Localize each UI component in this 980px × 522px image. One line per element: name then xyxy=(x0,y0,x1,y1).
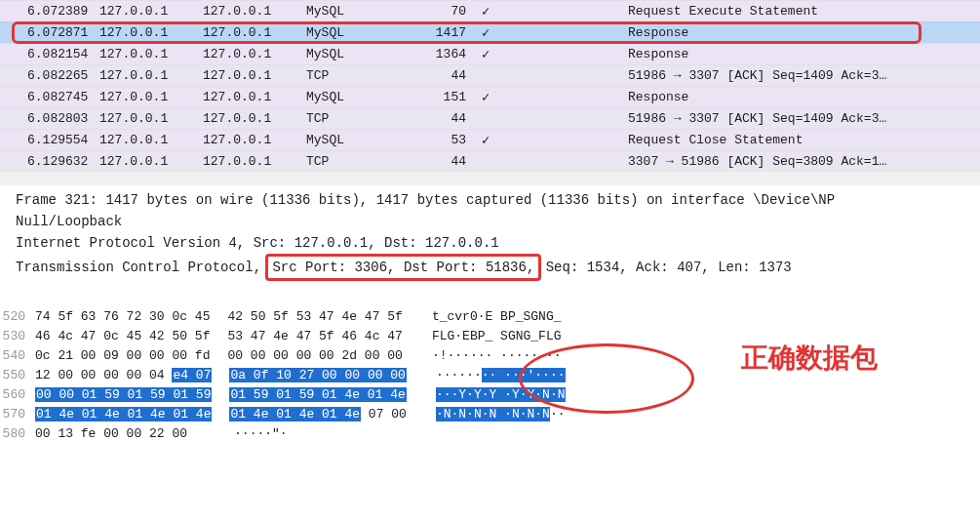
hex-bytes-a: 00 00 01 59 01 59 01 59 xyxy=(35,387,212,402)
proto-cell: MySQL xyxy=(306,25,394,40)
info-cell: Request Close Statement xyxy=(628,133,980,147)
check-cell: ✓ xyxy=(482,46,628,62)
time-cell: 6.082745 xyxy=(0,90,99,104)
hex-bytes-a: 12 00 00 00 00 04 e4 07 xyxy=(35,368,212,382)
detail-ipv4[interactable]: Internet Protocol Version 4, Src: 127.0.… xyxy=(16,232,980,254)
info-cell: 51986 → 3307 [ACK] Seq=1409 Ack=3… xyxy=(628,68,980,83)
hex-bytes-b: 0a 0f 10 27 00 00 00 00 xyxy=(229,368,406,382)
packet-list[interactable]: 6.072389127.0.0.1127.0.0.1MySQL70✓Reques… xyxy=(0,0,980,172)
src-cell: 127.0.0.1 xyxy=(99,68,203,83)
packet-row[interactable]: 6.072871127.0.0.1127.0.0.1MySQL1417✓Resp… xyxy=(0,21,980,43)
check-cell: ✓ xyxy=(482,24,628,41)
hex-bytes-b: 01 59 01 59 01 4e 01 4e xyxy=(229,387,406,402)
src-cell: 127.0.0.1 xyxy=(99,154,203,169)
dst-cell: 127.0.0.1 xyxy=(203,133,306,147)
src-cell: 127.0.0.1 xyxy=(99,133,203,147)
hex-row[interactable]: 57001 4e 01 4e 01 4e 01 4e01 4e 01 4e 01… xyxy=(2,404,980,423)
packet-row[interactable]: 6.082154127.0.0.1127.0.0.1MySQL1364✓Resp… xyxy=(0,43,980,64)
len-cell: 44 xyxy=(394,68,482,83)
info-cell: 51986 → 3307 [ACK] Seq=1409 Ack=3… xyxy=(628,111,980,126)
info-cell: Response xyxy=(628,25,980,40)
time-cell: 6.072389 xyxy=(0,4,99,19)
info-cell: 3307 → 51986 [ACK] Seq=3809 Ack=1… xyxy=(628,154,980,169)
pane-separator xyxy=(0,172,980,185)
hex-ascii: ···Y·Y·Y ·Y·Y·N·N xyxy=(407,387,566,402)
hex-bytes-a: 00 13 fe 00 00 22 00 xyxy=(35,426,187,441)
hex-bytes-b: 53 47 4e 47 5f 46 4c 47 xyxy=(227,329,402,343)
dst-cell: 127.0.0.1 xyxy=(203,111,306,126)
hex-offset: 570 xyxy=(2,407,35,422)
detail-tcp-suffix: Seq: 1534, Ack: 407, Len: 1373 xyxy=(546,260,792,275)
info-cell: Request Execute Statement xyxy=(628,4,980,19)
hex-dump-pane[interactable]: 正确数据包 52074 5f 63 76 72 30 0c 4542 50 5f… xyxy=(0,306,980,443)
dst-cell: 127.0.0.1 xyxy=(203,47,306,61)
len-cell: 44 xyxy=(394,111,482,126)
hex-bytes-a: 46 4c 47 0c 45 42 50 5f xyxy=(35,329,210,343)
time-cell: 6.129632 xyxy=(0,154,99,169)
proto-cell: MySQL xyxy=(306,90,394,104)
src-cell: 127.0.0.1 xyxy=(99,25,203,40)
time-cell: 6.082154 xyxy=(0,47,99,61)
detail-tcp-prefix: Transmission Control Protocol, xyxy=(16,260,261,275)
detail-tcp[interactable]: Transmission Control Protocol, Src Port:… xyxy=(16,254,980,281)
packet-row[interactable]: 6.082745127.0.0.1127.0.0.1MySQL151✓Respo… xyxy=(0,86,980,107)
check-cell: ✓ xyxy=(482,3,628,20)
hex-bytes-b: 42 50 5f 53 47 4e 47 5f xyxy=(227,309,402,324)
proto-cell: MySQL xyxy=(306,133,394,147)
packet-detail-pane[interactable]: Frame 321: 1417 bytes on wire (11336 bit… xyxy=(0,185,980,306)
proto-cell: TCP xyxy=(306,111,394,126)
hex-row[interactable]: 58000 13 fe 00 00 22 00·····"· xyxy=(2,423,980,443)
src-cell: 127.0.0.1 xyxy=(99,90,203,104)
detail-null-loopback[interactable]: Null/Loopback xyxy=(16,211,980,232)
time-cell: 6.072871 xyxy=(0,25,99,40)
annotation-label: 正确数据包 xyxy=(741,340,878,377)
hex-ascii: ·!······ ·····-·· xyxy=(403,348,562,363)
time-cell: 6.129554 xyxy=(0,133,99,147)
info-cell: Response xyxy=(628,90,980,104)
src-cell: 127.0.0.1 xyxy=(99,111,203,126)
proto-cell: MySQL xyxy=(306,47,394,61)
hex-offset: 540 xyxy=(2,348,35,363)
info-cell: Response xyxy=(628,47,980,61)
dst-cell: 127.0.0.1 xyxy=(203,90,306,104)
hex-row[interactable]: 56000 00 01 59 01 59 01 5901 59 01 59 01… xyxy=(2,384,980,404)
dst-cell: 127.0.0.1 xyxy=(203,68,306,83)
detail-spacer: . xyxy=(16,281,980,302)
hex-bytes-b: 00 00 00 00 00 2d 00 00 xyxy=(227,348,402,363)
hex-bytes-a: 74 5f 63 76 72 30 0c 45 xyxy=(35,309,210,324)
check-cell: ✓ xyxy=(482,89,628,105)
packet-row[interactable]: 6.082265127.0.0.1127.0.0.1TCP4451986 → 3… xyxy=(0,64,980,86)
hex-bytes-a: 0c 21 00 09 00 00 00 fd xyxy=(35,348,210,363)
packet-row[interactable]: 6.072389127.0.0.1127.0.0.1MySQL70✓Reques… xyxy=(0,0,980,21)
detail-frame[interactable]: Frame 321: 1417 bytes on wire (11336 bit… xyxy=(16,189,980,211)
proto-cell: TCP xyxy=(306,68,394,83)
len-cell: 1364 xyxy=(394,47,482,61)
dst-cell: 127.0.0.1 xyxy=(203,154,306,169)
hex-ascii: ········ ···'···· xyxy=(407,368,566,382)
time-cell: 6.082803 xyxy=(0,111,99,126)
len-cell: 151 xyxy=(394,90,482,104)
hex-bytes-a: 01 4e 01 4e 01 4e 01 4e xyxy=(35,407,212,422)
src-cell: 127.0.0.1 xyxy=(99,4,203,19)
hex-offset: 560 xyxy=(2,387,35,402)
len-cell: 53 xyxy=(394,133,482,147)
hex-offset: 580 xyxy=(2,426,35,441)
packet-row[interactable]: 6.129632127.0.0.1127.0.0.1TCP443307 → 51… xyxy=(0,150,980,172)
dst-cell: 127.0.0.1 xyxy=(203,25,306,40)
check-cell: ✓ xyxy=(482,132,628,148)
hex-ascii: ·····"· xyxy=(205,426,288,441)
len-cell: 1417 xyxy=(394,25,482,40)
hex-offset: 530 xyxy=(2,329,35,343)
packet-row[interactable]: 6.129554127.0.0.1127.0.0.1MySQL53✓Reques… xyxy=(0,129,980,150)
len-cell: 70 xyxy=(394,4,482,19)
hex-bytes-b: 01 4e 01 4e 01 4e 07 00 xyxy=(229,407,406,422)
time-cell: 6.082265 xyxy=(0,68,99,83)
hex-row[interactable]: 52074 5f 63 76 72 30 0c 4542 50 5f 53 47… xyxy=(2,306,980,326)
hex-ascii: FLG·EBP_ SGNG_FLG xyxy=(403,329,562,343)
proto-cell: MySQL xyxy=(306,4,394,19)
dst-cell: 127.0.0.1 xyxy=(203,4,306,19)
proto-cell: TCP xyxy=(306,154,394,169)
hex-ascii: ·N·N·N·N ·N·N·N·· xyxy=(407,407,566,422)
packet-row[interactable]: 6.082803127.0.0.1127.0.0.1TCP4451986 → 3… xyxy=(0,107,980,129)
len-cell: 44 xyxy=(394,154,482,169)
